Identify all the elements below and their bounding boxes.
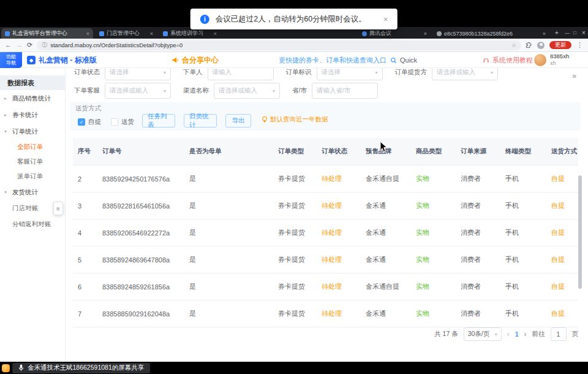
delivery-option-pickup[interactable]: ✓ 自提 xyxy=(78,115,101,129)
tab-close-icon[interactable]: × xyxy=(214,31,217,37)
sidebar-item-shipping-stats[interactable]: ▾ 发货统计 xyxy=(0,184,65,200)
delivery-option-delivery[interactable]: 送货 xyxy=(111,115,134,129)
new-tab-button[interactable]: + xyxy=(555,29,559,37)
channel-select[interactable]: 请选择或输入 ▾ xyxy=(214,83,280,99)
table-cell: 是 xyxy=(184,219,273,246)
update-button[interactable]: 更新 xyxy=(549,41,571,49)
table-scrollbar-thumb[interactable] xyxy=(578,175,582,289)
minimize-button[interactable]: — xyxy=(565,29,570,37)
sidebar-subitem-service-orders[interactable]: 客服订单 xyxy=(0,155,65,169)
reload-icon[interactable]: ⟳ xyxy=(27,42,32,48)
tab-gift-admin[interactable]: 礼盒营销平台管理中心 × xyxy=(1,28,93,39)
info-icon: i xyxy=(200,15,209,24)
group-stats-button[interactable]: 归类统计 xyxy=(184,114,217,128)
tab-training[interactable]: 系统培训学习 × xyxy=(159,28,221,39)
checkbox-label: 送货 xyxy=(121,118,134,126)
table-cell: 消费者 xyxy=(456,273,500,300)
browser-window: 礼盒营销平台管理中心 × 门店管理中心 × 系统培训学习 × 腾讯会议 × e8… xyxy=(0,27,588,362)
column-header: 送货方式 xyxy=(546,138,578,165)
sidebar-item-card-stats[interactable]: ▸ 券卡统计 xyxy=(0,107,65,123)
bookmark-star-icon[interactable]: ☆ xyxy=(511,42,516,48)
province-city-input[interactable]: 请输入省/市 xyxy=(312,83,378,99)
sidebar-item-order-stats[interactable]: ▾ 订单统计 xyxy=(0,123,65,140)
extensions-icon[interactable] xyxy=(526,42,532,48)
sidebar-collapse-handle[interactable]: ≡ xyxy=(53,202,63,215)
checkbox-label: 自提 xyxy=(88,118,101,126)
total-count: 共 17 条 xyxy=(434,330,458,338)
page-number-current[interactable]: 1 xyxy=(515,330,519,338)
main-content: 订单状态 请选择 ▾ 下单人 请输入 订单标识 xyxy=(66,68,588,362)
close-button[interactable]: × xyxy=(582,29,586,37)
task-list-button[interactable]: 任务列表 xyxy=(142,114,175,128)
user-menu[interactable]: 8385xh xh xyxy=(534,52,569,68)
tab-close-icon[interactable]: × xyxy=(543,31,546,37)
taskbar-app-icon[interactable] xyxy=(2,364,10,372)
url-text: standard.maboy.cn/OrderStatisticsDetail?… xyxy=(50,42,508,48)
tab-title: e8c573980b1328a258fd2e6 xyxy=(444,31,513,37)
sidebar-item-product-sales[interactable]: ▸ 商品销售统计 xyxy=(0,90,65,107)
table-row[interactable]: 383859228165461056a是券卡提货待处理金禾通实物消费者手机自提 xyxy=(73,193,578,219)
table-row[interactable]: 583858924869647808a是券卡提货待处理金禾通实物消费者手机自提 xyxy=(73,246,578,273)
tab-title: 系统培训学习 xyxy=(170,29,203,37)
page-word: 页 xyxy=(572,330,579,338)
order-tag-select[interactable]: 请选择 ▾ xyxy=(317,68,383,80)
service-agent-select[interactable]: 请选择或输入 ▾ xyxy=(105,83,171,99)
site-info-icon[interactable]: ⓘ xyxy=(42,41,47,49)
sidebar-subitem-rebate-reconcile[interactable]: 分销返利对账 xyxy=(0,216,65,232)
page-size-select[interactable]: 30条/页 ▾ xyxy=(464,327,502,341)
maximize-button[interactable]: □ xyxy=(573,29,576,37)
chevron-down-icon: ▾ xyxy=(4,129,9,134)
column-header: 订单号 xyxy=(97,138,184,165)
table-row[interactable]: 483859206546922272a是券卡提货待处理金禾通实物消费者手机自提 xyxy=(73,219,578,246)
next-page-icon[interactable]: › xyxy=(524,330,527,338)
column-header: 订单来源 xyxy=(456,138,500,165)
table-row[interactable]: 683858924859261856a是券卡提货待处理金禾通自提实物消费者手机自… xyxy=(73,273,578,300)
tutorial-link[interactable]: 系统使用教程 xyxy=(483,52,533,68)
share-center-label: 合分享中心 xyxy=(182,55,219,66)
address-input[interactable]: ⓘ standard.maboy.cn/OrderStatisticsDetai… xyxy=(37,40,521,50)
forward-icon[interactable]: → xyxy=(16,42,23,48)
user-name-text: 8385xh xyxy=(550,53,569,59)
table-cell: 金禾通自提 xyxy=(361,273,411,300)
nav-toggle-button[interactable]: 功能 导航 xyxy=(0,52,22,68)
buyer-input[interactable]: 请输入 xyxy=(208,68,274,80)
goto-page-input[interactable] xyxy=(551,327,567,341)
order-status-select[interactable]: 请选择 ▾ xyxy=(105,68,171,80)
chevron-down-icon: ▾ xyxy=(4,189,9,195)
back-icon[interactable]: ← xyxy=(5,42,12,48)
goto-label: 前往 xyxy=(532,330,545,338)
table-cell: 消费者 xyxy=(456,219,500,246)
delivery-filter-band: 送货方式 ✓ 自提 送货 任务列表 归类统计 导出 xyxy=(70,102,581,131)
table-cell: 金禾通 xyxy=(361,300,411,327)
tab-hex[interactable]: e8c573980b1328a258fd2e6 × xyxy=(433,28,549,39)
profile-avatar[interactable] xyxy=(537,42,545,49)
table-cell: 券卡提货 xyxy=(273,273,317,300)
sidebar-subitem-all-orders[interactable]: 全部订单 xyxy=(0,140,65,155)
table-cell: 消费者 xyxy=(456,300,500,327)
tab-title: 礼盒营销平台管理中心 xyxy=(12,29,67,37)
tab-close-icon[interactable]: × xyxy=(424,31,427,37)
brand: ◆ 礼盒营销 - 标准版 xyxy=(27,52,97,68)
export-button[interactable]: 导出 xyxy=(225,114,251,128)
prev-page-icon[interactable]: ‹ xyxy=(507,330,510,338)
tab-close-icon[interactable]: × xyxy=(150,31,153,37)
page-size-value: 30条/页 xyxy=(468,330,490,338)
quick-search[interactable]: Quick xyxy=(390,52,417,68)
toast-close-icon[interactable]: × xyxy=(383,15,388,24)
sidebar-subitem-dispatch-orders[interactable]: 派单订单 xyxy=(0,169,65,184)
chevron-down-icon: ▾ xyxy=(164,88,166,94)
filters-collapse-icon[interactable]: » xyxy=(572,72,576,80)
tab-meeting[interactable]: 腾讯会议 × xyxy=(358,28,431,39)
table-cell: 消费者 xyxy=(456,246,500,273)
quick-entry-link[interactable]: 更快捷的券卡、订单和快递查询入口 xyxy=(279,52,386,68)
chevron-down-icon: ▾ xyxy=(495,332,497,337)
tab-close-icon[interactable]: × xyxy=(86,31,89,37)
pickup-party-select[interactable]: 请选择或输入 ▾ xyxy=(432,68,498,80)
placeholder-text: 请输入 xyxy=(213,68,269,77)
table-cell: 实物 xyxy=(411,300,456,327)
table-row[interactable]: 283859294250176576a是券卡提货待处理金禾通自提实物消费者手机自… xyxy=(73,166,578,193)
browser-menu-icon[interactable]: ⋮ xyxy=(576,41,583,49)
table-row[interactable]: 783858859029162048a是券卡提货待处理金禾通实物消费者手机自提 xyxy=(73,300,578,327)
tab-store-admin[interactable]: 门店管理中心 × xyxy=(96,28,157,39)
share-center-link[interactable]: 合分享中心 xyxy=(172,52,219,68)
